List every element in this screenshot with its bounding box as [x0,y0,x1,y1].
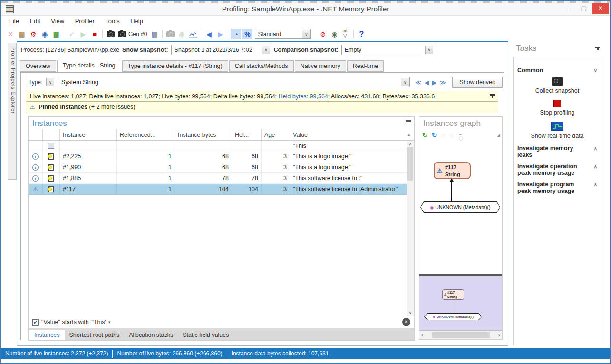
task-show-real-time[interactable]: Show real-time data [517,122,597,139]
col-age[interactable]: Age [262,129,290,140]
bottom-tab-instances[interactable]: Instances [29,330,65,340]
section-investigate-operation-peak[interactable]: Investigate operation peak memory usage … [517,163,597,176]
filter-description[interactable]: "Value" starts with '"This' [41,319,106,326]
filter-checkbox-icon[interactable] [48,143,54,149]
menu-tools[interactable]: Tools [101,16,124,27]
table-row-selected[interactable]: ⚠ #117 1 104 104 3 "This software licens… [29,184,414,195]
scroll-left-icon[interactable]: ‹ [421,332,423,338]
graph-node-117[interactable]: ⚠ #117 String [434,162,471,179]
scroll-right-icon[interactable]: › [498,332,500,338]
tab-type-details[interactable]: Type details - String [57,60,121,72]
filter-value-cell[interactable]: "This [290,141,414,151]
show-derived-button[interactable]: Show derived [452,77,503,88]
section-investigate-leaks[interactable]: Investigate memory leaks ∧ [517,145,597,158]
menu-edit[interactable]: Edit [25,16,44,27]
section-investigate-program-peak[interactable]: Investigate program peak memory usage ∧ [517,181,597,194]
task-stop-profiling[interactable]: Stop profiling [517,100,597,116]
tab-call-stacks[interactable]: Call stacks/Methods [229,60,294,72]
chevron-up-icon[interactable]: ∧ [594,182,597,187]
graph-minimap[interactable]: ⚠ #117 String ◆ UNKNOWN (Metadata)() [419,276,502,331]
run-exe-icon[interactable]: ⚙ [28,29,39,39]
held-bytes-link[interactable]: Held bytes: 99,564 [279,93,328,100]
dropdown-arrow-icon[interactable]: ∨ [425,46,433,54]
nav-last-icon[interactable]: ≫ [440,79,446,86]
col-referenced[interactable]: Referenced... [117,129,175,140]
table-row[interactable]: i #1,885 1 78 78 3 "This software licens… [29,173,414,184]
pin-icon[interactable] [490,94,495,96]
delete-icon[interactable]: ✕ [5,29,16,39]
compare-snapshots-icon[interactable]: ▤ [149,29,160,39]
pin-icon[interactable] [597,47,599,50]
dropdown-arrow-icon[interactable]: ∨ [302,30,310,38]
horizontal-scrollbar[interactable]: ‹ › [419,331,502,339]
menu-file[interactable]: File [5,16,23,27]
sort-ascending-icon[interactable]: ▲ [407,133,411,137]
col-instance[interactable]: Instance [60,129,117,140]
paste-icon[interactable]: ▤ [17,29,27,39]
nav-next-icon[interactable]: ▶ [432,79,437,86]
session-timer-toggle-icon[interactable]: ◔ [231,29,241,39]
comparison-snapshot-select[interactable]: Empty ∨ [341,45,434,55]
col-held[interactable]: Hel... [232,129,262,140]
table-row[interactable]: i #2,225 1 68 68 3 "This is a logo image… [29,151,414,162]
col-value[interactable]: Value ▲ [290,129,414,140]
scroll-up-icon[interactable]: ∧ [407,142,414,146]
info-icon[interactable]: i [32,175,39,182]
chevron-down-icon[interactable]: ∨ [594,68,597,73]
chevron-up-icon[interactable]: ∧ [594,164,597,169]
filter-enabled-checkbox[interactable]: ✔ [32,319,39,326]
scroll-down-icon[interactable]: ∨ [407,310,414,315]
real-time-view-icon[interactable] [188,29,198,39]
dropdown-arrow-icon[interactable]: ∨ [46,78,54,86]
table-row[interactable]: i #1,990 1 68 68 3 "This is a logo image… [29,162,414,173]
profiler-projects-explorer-tab[interactable]: Profiler Projects Explorer [8,43,17,180]
stop-profiling-icon[interactable]: ■ [89,29,100,39]
bottom-tab-shortest-root-paths[interactable]: Shortest root paths [65,330,125,340]
close-button[interactable]: ✕ [592,3,609,14]
nav-first-icon[interactable]: ≪ [415,79,422,86]
percent-toggle-icon[interactable]: % [242,29,252,39]
type-name-combo[interactable]: System.String ∨ [58,77,410,87]
bottom-tab-allocation-stacks[interactable]: Allocation stacks [124,330,178,340]
graph-node-unknown[interactable]: ◆ UNKNOWN (Metadata)() [420,201,500,213]
warning-icon[interactable]: ⚠ [33,186,38,192]
show-snapshot-select[interactable]: Snapshot 1 at 2021/3/16 7:02 ∨ [171,45,271,55]
forward-icon[interactable]: ▶ [215,29,225,39]
task-collect-snapshot[interactable]: Collect snapshot [517,77,597,94]
info-icon[interactable]: i [32,153,39,160]
collect-snapshot-icon[interactable] [105,29,116,39]
section-common[interactable]: Common ∨ [517,67,597,74]
resize-corner-icon[interactable]: ◢ [497,133,500,137]
collapse-panel-icon[interactable] [406,120,411,125]
tab-overview[interactable]: Overview [20,60,56,72]
block-gc-icon[interactable]: ⊘ [318,29,328,39]
info-icon[interactable]: i [32,164,39,171]
type-field-select[interactable]: Type: ∨ [26,77,55,87]
nav-previous-icon[interactable]: ◀ [425,79,429,86]
import-session-icon[interactable]: ▦ [51,29,61,39]
profiling-level-select[interactable]: Standard ∨ [255,29,311,39]
vertical-scrollbar[interactable]: ∧ ∨ [407,141,414,316]
bottom-tab-static-field-values[interactable]: Static field values [178,330,233,340]
col-instance-bytes[interactable]: Instance bytes [175,129,232,140]
menu-help[interactable]: Help [126,16,147,27]
net-runtime-icon[interactable]: ◉ [329,29,339,39]
back-icon[interactable]: ◀ [204,29,214,39]
reload-graph-icon[interactable]: ↻ [432,131,437,139]
scrollbar-thumb[interactable] [407,147,413,181]
tab-type-instance-details[interactable]: Type instance details - #117 (String) [122,60,228,72]
net-filter-icon[interactable]: net▽ [340,29,351,39]
maximize-button[interactable]: ▢ [577,3,591,14]
dropdown-arrow-icon[interactable]: ∨ [262,46,270,54]
refresh-graph-icon[interactable]: ↻ [422,131,428,139]
help-icon[interactable]: ? [356,29,367,39]
minimize-button[interactable]: – [562,3,576,14]
tab-native-memory[interactable]: Native memory [295,60,346,72]
scrollbar-thumb[interactable] [432,332,490,338]
pinned-instances-issue[interactable]: Pinned instances [39,104,87,110]
tab-real-time[interactable]: Real-time [347,60,384,72]
menu-profiler[interactable]: Profiler [71,16,99,27]
collect-gen0-snapshot-icon[interactable] [116,29,127,39]
clear-filter-icon[interactable]: ✕ [402,318,410,326]
filter-caret-icon[interactable]: ▾ [108,320,111,325]
